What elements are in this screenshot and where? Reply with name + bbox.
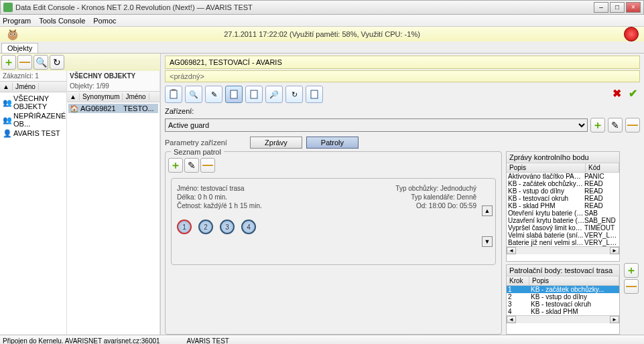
tree-avaris[interactable]: 👤AVARIS TEST (1, 128, 65, 138)
svg-rect-9 (251, 90, 257, 98)
col-sort-icon[interactable]: ▲ (3, 83, 13, 90)
tab-patroly[interactable]: Patroly (306, 137, 359, 149)
alarm-button[interactable] (624, 27, 639, 41)
message-row[interactable]: KB - vstup do dílnyREAD (507, 187, 619, 195)
left-toolbar: ＋ — 🔍 ↻ (0, 54, 160, 71)
patrol-node-2[interactable]: 2 (198, 220, 213, 234)
right-panel: AG069821, TESTOVACÍ - AVARIS <prázdný> 🔍… (161, 54, 644, 335)
message-row[interactable]: KB - sklad PHMREAD (507, 202, 619, 209)
maximize-button[interactable]: □ (610, 2, 625, 13)
tree-unassigned[interactable]: 👥NEPŘIŘAZENÉ OB... (1, 111, 65, 128)
scroll-right[interactable]: ► (610, 247, 619, 254)
status-text: 27.1.2011 17:22:02 (Využití paměti: 58%,… (224, 30, 420, 38)
col-sort-icon2[interactable]: ▲ (70, 93, 80, 100)
close-button[interactable]: × (626, 2, 641, 13)
app-icon (3, 3, 13, 12)
col-name2[interactable]: Jméno (125, 93, 149, 100)
patrol-add[interactable]: ＋ (168, 158, 183, 173)
device-select[interactable]: Active guard (165, 118, 588, 132)
points-col-krok[interactable]: Krok (507, 276, 529, 285)
refresh-button[interactable]: ↻ (50, 55, 64, 70)
message-row[interactable]: KB - začátek obchůzky (v...READ (507, 180, 619, 187)
tool-clipboard4[interactable] (306, 86, 323, 103)
customers-count: Zákazníci: 1 (0, 71, 66, 81)
message-row[interactable]: Velmi slabá baterie (sní...VERY_LOW (507, 232, 619, 239)
all-objects-label: VŠECHNY OBJEKTY (70, 72, 135, 80)
scroll-track2[interactable] (516, 316, 610, 323)
point-row[interactable]: 4KB - sklad PHM (507, 308, 619, 315)
scroll-right2[interactable]: ► (610, 316, 619, 323)
patrol-node-3[interactable]: 3 (220, 220, 235, 234)
patrol-list-box: Seznam patrol ＋ ✎ — Jméno: testovací tra… (165, 151, 502, 335)
remove-button[interactable]: — (17, 55, 32, 70)
point-remove[interactable]: — (624, 279, 639, 294)
point-add[interactable]: ＋ (624, 263, 639, 278)
tool-clipboard3[interactable] (245, 86, 263, 103)
tool-clipboard1[interactable] (165, 86, 182, 103)
col-name[interactable]: Jméno (15, 83, 39, 90)
window-title: Data Edit Console - Kronos NET 2.0 Revol… (15, 3, 594, 11)
patrol-card[interactable]: Jméno: testovací trasa Délka: 0 h 0 min.… (171, 178, 496, 265)
message-row[interactable]: Uzavření krytu baterie (d...SAB_END (507, 217, 619, 224)
refresh-icon: ↻ (53, 57, 61, 68)
window-titlebar: Data Edit Console - Kronos NET 2.0 Revol… (0, 0, 644, 15)
messages-col-kod[interactable]: Kód (586, 163, 619, 172)
status-band: 27.1.2011 17:22:02 (Využití paměti: 58%,… (0, 27, 644, 41)
tab-objekty[interactable]: Objekty (1, 43, 38, 53)
minimize-button[interactable]: – (594, 2, 608, 13)
tree-all-objects[interactable]: 👥VŠECHNY OBJEKTY (1, 94, 65, 111)
object-subtitle: <prázdný> (165, 70, 640, 82)
menu-program[interactable]: Program (3, 17, 31, 25)
device-add[interactable]: ＋ (590, 118, 605, 133)
tool-edit[interactable]: ✎ (205, 86, 222, 103)
objects-count: Objekty: 1/99 (67, 81, 159, 91)
group-icon: 👥 (3, 116, 11, 124)
message-row[interactable]: Aktivováno tlačítko PANI...PANIC (507, 173, 619, 180)
owl-icon (5, 27, 20, 41)
tab-zpravy[interactable]: Zprávy (250, 137, 302, 149)
scroll-track[interactable] (516, 247, 610, 254)
person-icon: 👤 (3, 129, 11, 137)
patrol-down[interactable]: ▼ (482, 236, 493, 247)
menu-tools[interactable]: Tools Console (39, 17, 85, 25)
points-col-popis[interactable]: Popis (529, 276, 619, 285)
device-edit[interactable]: ✎ (608, 118, 623, 133)
tool-refresh[interactable]: ↻ (285, 86, 303, 103)
svg-rect-7 (172, 89, 176, 91)
patrol-remove[interactable]: — (200, 158, 215, 173)
patrol-node-1[interactable]: 1 (177, 220, 192, 234)
tool-search[interactable]: 🔍 (185, 86, 202, 103)
tool-zoom[interactable]: 🔎 (265, 86, 283, 103)
point-row[interactable]: 3KB - testovací okruh (507, 300, 619, 308)
confirm-button[interactable]: ✔ (625, 87, 640, 102)
points-title: Patrolační body: testovací trasa (507, 265, 619, 276)
status-test: AVARIS TEST (187, 337, 229, 344)
messages-title: Zprávy kontrolního bodu (507, 152, 619, 163)
search-button[interactable]: 🔍 (34, 55, 48, 70)
add-button[interactable]: ＋ (1, 55, 16, 70)
patrol-up[interactable]: ▲ (482, 205, 493, 216)
patrol-edit[interactable]: ✎ (184, 158, 199, 173)
point-row[interactable]: 2KB - vstup do dílny (507, 293, 619, 300)
svg-point-1 (8, 31, 18, 41)
scroll-left2[interactable]: ◄ (507, 316, 516, 323)
device-remove[interactable]: — (625, 118, 640, 133)
menu-help[interactable]: Pomoc (93, 17, 116, 25)
point-row[interactable]: 1KB - začátek obchůzky... (507, 286, 619, 293)
tab-params[interactable]: Parametry zařízení (165, 139, 227, 147)
points-panel: Patrolační body: testovací trasa KrokPop… (506, 264, 620, 335)
message-row[interactable]: Baterie již není velmi slabáVERY_LOW (507, 239, 619, 246)
patrol-list-title: Seznam patrol (171, 147, 224, 157)
col-syn[interactable]: Synonymum (82, 93, 123, 100)
patrol-node-4[interactable]: 4 (241, 220, 256, 234)
left-panel: ＋ — 🔍 ↻ Zákazníci: 1 ▲Jméno 👥VŠECHNY OBJ… (0, 54, 161, 335)
message-row[interactable]: Otevření krytu baterie (a...SAB (507, 209, 619, 217)
cancel-button[interactable]: ✖ (609, 87, 624, 102)
scroll-left[interactable]: ◄ (507, 247, 516, 254)
object-row[interactable]: 🏠 AG069821 TESTO... (68, 104, 158, 113)
tool-clipboard2[interactable] (225, 86, 243, 103)
svg-rect-8 (231, 90, 237, 98)
message-row[interactable]: Vypršel časový limit kont...TIMEOUT (507, 224, 619, 232)
message-row[interactable]: KB - testovací okruhREAD (507, 195, 619, 202)
messages-col-popis[interactable]: Popis (507, 163, 586, 172)
